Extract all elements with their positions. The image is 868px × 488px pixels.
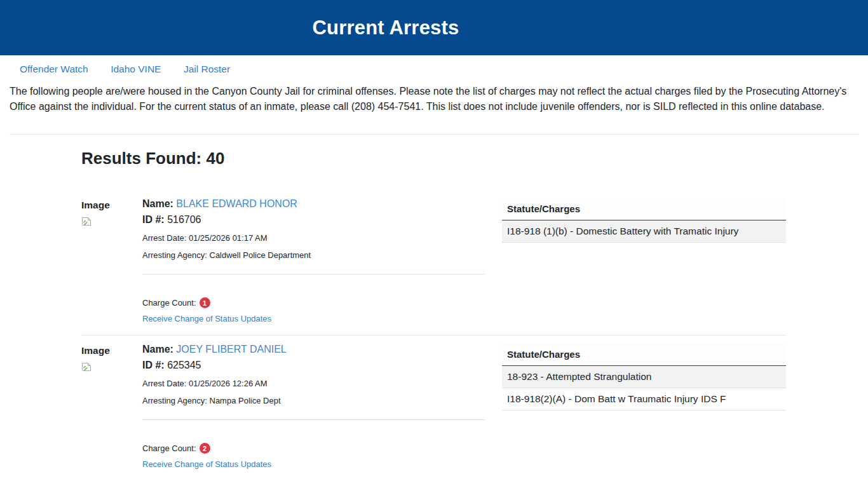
status-updates-link[interactable]: Receive Change of Status Updates [142, 459, 271, 469]
inmate-name-link[interactable]: JOEY FLIBERT DANIEL [176, 344, 286, 355]
charges-table: Statute/Charges 18-923 - Attempted Stran… [502, 344, 786, 410]
record-details-column: Name: BLAKE EDWARD HONOR ID #: 516706 Ar… [142, 198, 485, 324]
inmate-name-link[interactable]: BLAKE EDWARD HONOR [176, 198, 297, 209]
charge-count-label: Charge Count: [142, 298, 196, 308]
page-divider [10, 134, 858, 135]
record-details-column: Name: JOEY FLIBERT DANIEL ID #: 625345 A… [142, 344, 485, 470]
name-label: Name: [142, 198, 173, 209]
charges-table: Statute/Charges I18-918 (1)(b) - Domesti… [502, 198, 786, 243]
arrest-date-line: Arrest Date: 01/25/2026 01:17 AM [142, 233, 485, 243]
record-charges-column: Statute/Charges 18-923 - Attempted Stran… [502, 344, 786, 470]
charge-text: I18-918(2)(A) - Dom Batt w Traumatic Inj… [502, 388, 786, 410]
image-label: Image [81, 198, 142, 211]
record-charges-column: Statute/Charges I18-918 (1)(b) - Domesti… [502, 198, 786, 324]
page-title: Current Arrests [0, 17, 771, 39]
broken-image-icon [81, 217, 93, 226]
charge-row: 18-923 - Attempted Strangulation [502, 366, 786, 388]
id-label: ID #: [142, 214, 165, 225]
nav-link-idaho-vine[interactable]: Idaho VINE [111, 64, 161, 75]
inmate-id-value: 625345 [167, 360, 201, 370]
nav-link-jail-roster[interactable]: Jail Roster [184, 64, 230, 75]
id-line: ID #: 516706 [142, 214, 485, 226]
charge-count-badge: 2 [200, 443, 210, 454]
charges-table-header: Statute/Charges [502, 344, 786, 366]
id-line: ID #: 625345 [142, 360, 485, 371]
image-label: Image [81, 344, 142, 356]
id-label: ID #: [142, 360, 165, 370]
charge-row: I18-918(2)(A) - Dom Batt w Traumatic Inj… [502, 388, 786, 410]
record-divider [81, 335, 786, 336]
status-updates-link[interactable]: Receive Change of Status Updates [142, 314, 271, 323]
name-line: Name: JOEY FLIBERT DANIEL [142, 344, 485, 355]
inmate-id-value: 516706 [167, 214, 201, 225]
details-divider [142, 419, 485, 420]
details-divider [142, 274, 485, 274]
broken-image-icon [81, 362, 93, 372]
record-image-column: Image [81, 344, 142, 470]
charge-count-badge: 1 [200, 297, 210, 308]
charge-count-line: Charge Count: 2 [142, 443, 485, 454]
results-heading: Results Found: 40 [81, 149, 868, 168]
arrest-record: Image Name: BLAKE EDWARD HONOR ID #: 516… [81, 198, 786, 324]
arrest-date-line: Arrest Date: 01/25/2026 12:26 AM [142, 379, 485, 388]
name-line: Name: BLAKE EDWARD HONOR [142, 198, 485, 210]
name-label: Name: [142, 344, 173, 355]
charge-count-line: Charge Count: 1 [142, 297, 485, 308]
record-image-column: Image [81, 198, 142, 324]
arresting-agency-line: Arresting Agency: Caldwell Police Depart… [142, 250, 485, 260]
arresting-agency-line: Arresting Agency: Nampa Police Dept [142, 396, 485, 405]
charge-row: I18-918 (1)(b) - Domestic Battery with T… [502, 220, 786, 243]
charge-count-label: Charge Count: [142, 444, 196, 453]
charge-text: 18-923 - Attempted Strangulation [502, 366, 786, 388]
arrest-record: Image Name: JOEY FLIBERT DANIEL ID #: 62… [81, 344, 786, 470]
page-header: Current Arrests [0, 0, 868, 55]
charge-text: I18-918 (1)(b) - Domestic Battery with T… [502, 220, 786, 243]
nav-link-offender-watch[interactable]: Offender Watch [20, 64, 88, 75]
top-nav: Offender Watch Idaho VINE Jail Roster [0, 55, 868, 75]
intro-paragraph: The following people are/were housed in … [10, 84, 858, 114]
charges-table-header: Statute/Charges [502, 198, 786, 220]
